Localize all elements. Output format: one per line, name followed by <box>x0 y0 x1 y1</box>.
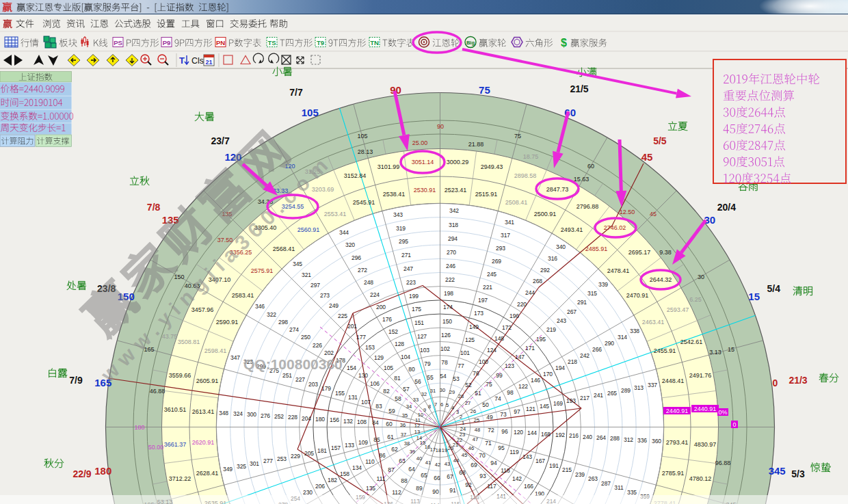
svg-text:269: 269 <box>492 258 501 265</box>
svg-text:3610.51: 3610.51 <box>164 406 187 413</box>
svg-text:69: 69 <box>471 462 477 468</box>
svg-text:21/5: 21/5 <box>570 83 588 94</box>
svg-text:347: 347 <box>230 354 240 361</box>
svg-text:2746.02: 2746.02 <box>604 224 626 231</box>
svg-text:134: 134 <box>352 464 362 471</box>
svg-text:15: 15 <box>748 291 760 302</box>
svg-text:175: 175 <box>412 306 421 313</box>
svg-text:298: 298 <box>278 319 288 326</box>
svg-text:144: 144 <box>527 429 537 436</box>
svg-text:86: 86 <box>379 452 386 459</box>
svg-text:90: 90 <box>432 488 439 495</box>
svg-text:2485.91: 2485.91 <box>585 246 608 252</box>
svg-text:21.88: 21.88 <box>468 141 484 148</box>
svg-text:173: 173 <box>474 310 483 317</box>
svg-text:321: 321 <box>302 271 311 278</box>
svg-text:56: 56 <box>414 378 421 385</box>
svg-text:110: 110 <box>365 458 375 465</box>
svg-text:54: 54 <box>440 373 447 380</box>
svg-text:104: 104 <box>401 354 410 360</box>
svg-text:7: 7 <box>434 401 437 408</box>
svg-text:167: 167 <box>535 457 545 464</box>
svg-text:338: 338 <box>630 328 639 334</box>
svg-text:3203.69: 3203.69 <box>312 186 334 193</box>
svg-text:45: 45 <box>462 452 467 458</box>
svg-text:70: 70 <box>479 452 486 459</box>
svg-text:129: 129 <box>374 354 384 361</box>
svg-text:4780.12: 4780.12 <box>689 475 712 482</box>
svg-text:66: 66 <box>434 475 440 481</box>
svg-text:18.75: 18.75 <box>523 153 539 160</box>
svg-text:50.00: 50.00 <box>148 444 164 451</box>
svg-text:90: 90 <box>437 123 444 130</box>
svg-text:46: 46 <box>468 445 474 451</box>
svg-text:60: 60 <box>386 421 393 427</box>
svg-text:80: 80 <box>408 366 415 373</box>
svg-text:35: 35 <box>402 412 408 419</box>
svg-text:67: 67 <box>447 473 453 480</box>
svg-text:228: 228 <box>288 414 297 421</box>
svg-text:12: 12 <box>414 423 420 429</box>
svg-text:294: 294 <box>448 235 458 242</box>
svg-text:314: 314 <box>618 334 627 341</box>
svg-text:51: 51 <box>475 390 481 397</box>
svg-text:96: 96 <box>501 428 508 435</box>
svg-text:320: 320 <box>345 241 355 248</box>
svg-text:9: 9 <box>423 407 426 413</box>
svg-text:251: 251 <box>282 372 292 379</box>
svg-text:345: 345 <box>769 465 786 477</box>
svg-text:293: 293 <box>496 245 505 252</box>
svg-text:342: 342 <box>449 207 459 214</box>
svg-text:181: 181 <box>317 447 327 454</box>
svg-text:79: 79 <box>424 360 431 367</box>
svg-text:25.00: 25.00 <box>412 140 428 146</box>
svg-text:2898.58: 2898.58 <box>514 172 537 179</box>
svg-text:107: 107 <box>361 399 371 406</box>
svg-text:7/9: 7/9 <box>69 375 83 386</box>
svg-text:3508.81: 3508.81 <box>178 339 200 345</box>
svg-text:84: 84 <box>372 419 379 426</box>
svg-text:52: 52 <box>465 382 472 388</box>
svg-text:0: 0 <box>772 377 778 388</box>
svg-text:72: 72 <box>488 427 494 434</box>
svg-text:73: 73 <box>500 411 507 418</box>
svg-text:3457.96: 3457.96 <box>191 306 214 313</box>
svg-text:4: 4 <box>451 405 454 411</box>
svg-text:195: 195 <box>536 336 546 343</box>
svg-text:245: 245 <box>487 271 496 278</box>
svg-text:99: 99 <box>496 372 503 379</box>
svg-text:32: 32 <box>421 391 427 397</box>
svg-text:0%: 0% <box>718 409 727 416</box>
svg-text:43.75: 43.75 <box>162 333 178 340</box>
svg-text:168: 168 <box>541 431 551 438</box>
svg-text:265: 265 <box>607 390 617 397</box>
svg-text:65: 65 <box>421 472 427 479</box>
svg-text:83: 83 <box>375 403 382 410</box>
svg-text:296: 296 <box>352 254 361 261</box>
svg-text:76: 76 <box>473 370 479 377</box>
svg-text:2542.61: 2542.61 <box>680 339 703 345</box>
svg-text:180: 180 <box>94 465 111 477</box>
svg-text:93: 93 <box>479 473 486 479</box>
svg-text:111: 111 <box>377 475 386 482</box>
svg-text:241: 241 <box>594 392 603 399</box>
svg-text:3559.66: 3559.66 <box>169 372 191 379</box>
svg-text:132: 132 <box>343 418 353 425</box>
svg-text:21: 21 <box>205 59 212 66</box>
svg-text:151: 151 <box>414 319 424 326</box>
svg-text:58: 58 <box>395 395 401 402</box>
svg-text:158: 158 <box>340 470 349 477</box>
svg-text:128: 128 <box>395 341 404 347</box>
svg-text:273: 273 <box>320 292 330 299</box>
svg-text:2455.91: 2455.91 <box>654 347 676 354</box>
svg-text:7/7: 7/7 <box>289 87 303 98</box>
svg-text:91: 91 <box>449 487 456 494</box>
svg-text:94: 94 <box>490 460 497 466</box>
svg-text:105: 105 <box>357 133 367 140</box>
svg-text:277: 277 <box>263 457 273 464</box>
svg-text:2470.91: 2470.91 <box>626 292 649 299</box>
svg-text:59: 59 <box>388 408 395 414</box>
svg-text:180: 180 <box>134 424 144 431</box>
svg-text:345: 345 <box>293 261 302 267</box>
svg-text:171: 171 <box>525 345 535 352</box>
